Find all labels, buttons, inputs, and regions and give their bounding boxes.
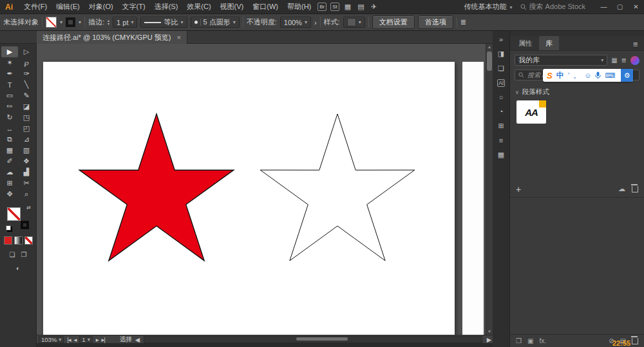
- share-icon[interactable]: ✈: [371, 3, 377, 11]
- default-fill-stroke-icon[interactable]: [6, 225, 11, 230]
- menu-file[interactable]: 文件(F): [19, 2, 52, 12]
- next-artboard-button[interactable]: ▸: [96, 336, 99, 343]
- ai-panel-icon[interactable]: Al: [497, 79, 505, 87]
- last-artboard-button[interactable]: ▸|: [101, 336, 104, 343]
- stroke-panel-icon[interactable]: ○: [495, 93, 507, 101]
- rectangle-tool[interactable]: ▭: [1, 90, 18, 101]
- pencil-tool[interactable]: ✏: [1, 101, 18, 112]
- artboard-tool[interactable]: ⊞: [1, 178, 18, 189]
- width-profile-dropdown[interactable]: 等比▾: [140, 17, 187, 28]
- grid-view-icon[interactable]: ▦: [611, 57, 617, 64]
- document-layout-icon[interactable]: ▤: [357, 3, 364, 11]
- footer-style-icon[interactable]: ▣: [527, 337, 533, 344]
- microphone-icon[interactable]: [595, 71, 601, 79]
- delete-icon[interactable]: [632, 186, 638, 192]
- magic-wand-tool[interactable]: ✶: [1, 57, 18, 68]
- workspace-switcher[interactable]: 传统基本功能: [464, 2, 513, 12]
- swap-fill-stroke-icon[interactable]: ⇄: [26, 205, 31, 211]
- menu-type[interactable]: 文字(T): [118, 2, 150, 12]
- scroll-right-icon[interactable]: ▶: [487, 336, 491, 343]
- trash-icon[interactable]: [632, 338, 638, 344]
- column-graph-tool[interactable]: ▟: [18, 167, 35, 178]
- ime-toolbox-icon[interactable]: ⚙: [621, 69, 633, 82]
- ime-punctuation-icon[interactable]: ’: [568, 71, 569, 79]
- symbol-sprayer-tool[interactable]: ☁: [1, 167, 18, 178]
- direct-selection-tool[interactable]: ▷: [18, 46, 35, 57]
- opacity-panel-arrow-icon[interactable]: ›: [314, 19, 317, 26]
- paintbrush-tool[interactable]: ✎: [18, 90, 35, 101]
- menu-view[interactable]: 视图(V): [216, 2, 249, 12]
- artboards-panel-icon[interactable]: ❏: [495, 64, 507, 73]
- swatches-panel-icon[interactable]: ⊞: [495, 122, 507, 130]
- style-dropdown[interactable]: ▾: [343, 17, 365, 28]
- stock-search[interactable]: 搜索 Adobe Stock: [520, 2, 585, 12]
- first-artboard-button[interactable]: |◂: [67, 336, 70, 343]
- paragraph-style-item[interactable]: AA: [516, 100, 546, 124]
- white-star-shape[interactable]: [260, 114, 415, 261]
- previous-artboard-button[interactable]: ◂: [74, 336, 77, 343]
- tab-properties[interactable]: 属性: [512, 36, 539, 50]
- none-button[interactable]: [24, 236, 33, 245]
- menu-help[interactable]: 帮助(H): [283, 2, 316, 12]
- free-transform-tool[interactable]: ◰: [18, 123, 35, 134]
- gradient-tool[interactable]: ▥: [18, 145, 35, 156]
- bridge-icon[interactable]: Br: [317, 3, 327, 11]
- stroke-weight-stepper[interactable]: ▴▾: [108, 19, 109, 26]
- document-tab[interactable]: 连接路径.ai* @ 103% (CMYK/GPU 预览) ×: [37, 31, 187, 44]
- menu-effect[interactable]: 效果(C): [182, 2, 215, 12]
- screen-mode-icon[interactable]: ◐: [16, 265, 20, 272]
- footer-artboard-icon[interactable]: ❐: [516, 337, 522, 344]
- eyedropper-tool[interactable]: ✐: [1, 156, 18, 167]
- sogou-logo-icon[interactable]: S: [547, 71, 553, 80]
- curvature-tool[interactable]: ✑: [18, 68, 35, 79]
- align-panel-icon[interactable]: ≡: [495, 136, 507, 144]
- blend-tool[interactable]: ❖: [18, 156, 35, 167]
- width-tool[interactable]: ↔: [1, 123, 18, 134]
- zoom-tool[interactable]: ⌕: [18, 189, 35, 200]
- stock-icon[interactable]: St: [330, 3, 339, 11]
- menu-object[interactable]: 对象(O): [84, 2, 118, 12]
- ime-period-icon[interactable]: 。: [573, 71, 580, 80]
- scroll-down-icon[interactable]: ▼: [486, 328, 493, 335]
- type-tool[interactable]: T: [1, 79, 18, 90]
- fill-caret-icon[interactable]: ▾: [60, 19, 62, 25]
- arrange-documents-icon[interactable]: ▦: [345, 3, 351, 11]
- mesh-tool[interactable]: ▦: [1, 145, 18, 156]
- scale-tool[interactable]: ◳: [18, 112, 35, 123]
- line-segment-tool[interactable]: ╲: [18, 79, 35, 90]
- ime-mode-indicator[interactable]: 中: [556, 70, 564, 81]
- tab-libraries[interactable]: 库: [539, 36, 559, 50]
- footer-fx-icon[interactable]: fx.: [539, 337, 546, 344]
- fill-color-swatch[interactable]: [46, 17, 57, 28]
- list-view-icon[interactable]: ≣: [621, 57, 627, 64]
- draw-normal-icon[interactable]: ❏: [10, 251, 15, 258]
- emoji-icon[interactable]: ☺: [584, 71, 591, 79]
- stroke-caret-icon[interactable]: ▾: [79, 19, 81, 25]
- appearance-panel-icon[interactable]: ◔: [495, 108, 507, 115]
- control-panel-menu-icon[interactable]: ≣: [460, 18, 466, 26]
- keyboard-icon[interactable]: ⌨: [605, 71, 615, 80]
- export-panel-icon[interactable]: ◨: [495, 50, 507, 58]
- perspective-grid-tool[interactable]: ⊿: [18, 134, 35, 145]
- color-button[interactable]: [4, 236, 12, 245]
- artboard-number-dropdown[interactable]: 1▾: [79, 336, 92, 343]
- add-content-button[interactable]: +: [516, 185, 521, 193]
- gradient-button[interactable]: [14, 236, 23, 245]
- scroll-up-icon[interactable]: ▲: [486, 44, 493, 50]
- cloud-sync-icon[interactable]: ☁: [618, 185, 625, 193]
- red-star-shape[interactable]: [79, 114, 234, 261]
- rotate-tool[interactable]: ↻: [1, 112, 18, 123]
- paragraph-styles-section[interactable]: ∨ 段落样式: [510, 84, 644, 98]
- document-setup-button[interactable]: 文档设置: [372, 15, 415, 29]
- horizontal-scrollbar[interactable]: [144, 336, 482, 343]
- menu-window[interactable]: 窗口(W): [248, 2, 283, 12]
- fill-indicator[interactable]: [7, 207, 21, 221]
- step-down-icon[interactable]: ▾: [108, 23, 109, 26]
- draw-behind-icon[interactable]: ❐: [21, 251, 27, 258]
- chevron-down-icon[interactable]: ∨: [515, 89, 519, 95]
- shape-builder-tool[interactable]: ⧉: [1, 134, 18, 145]
- app-logo[interactable]: Ai: [0, 3, 19, 12]
- menu-select[interactable]: 选择(S): [150, 2, 183, 12]
- lasso-tool[interactable]: ℘: [18, 57, 35, 68]
- collapse-panels-icon[interactable]: »: [495, 35, 507, 43]
